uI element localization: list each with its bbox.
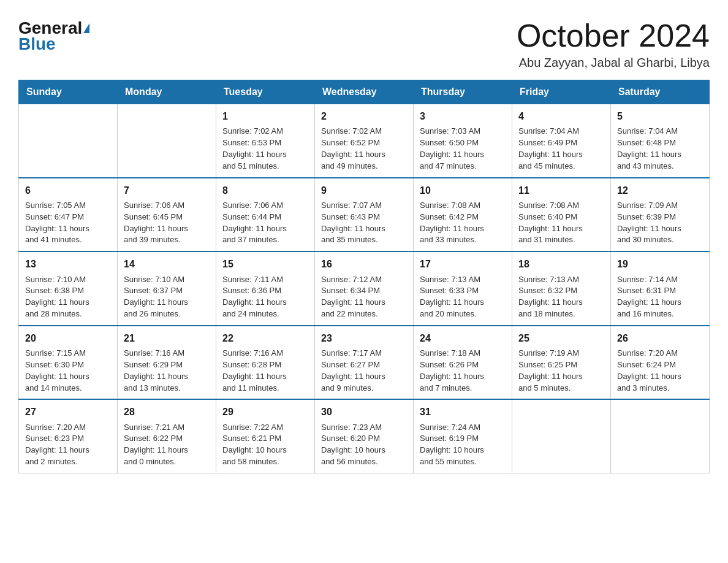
calendar-cell: 30Sunrise: 7:23 AM Sunset: 6:20 PM Dayli… xyxy=(315,399,414,473)
day-number: 15 xyxy=(222,257,308,271)
calendar-cell: 27Sunrise: 7:20 AM Sunset: 6:23 PM Dayli… xyxy=(19,399,118,473)
logo: General Blue xyxy=(18,18,89,54)
calendar-cell: 10Sunrise: 7:08 AM Sunset: 6:42 PM Dayli… xyxy=(414,178,512,252)
calendar-cell: 21Sunrise: 7:16 AM Sunset: 6:29 PM Dayli… xyxy=(118,326,216,400)
day-info: Sunrise: 7:11 AM Sunset: 6:36 PM Dayligh… xyxy=(222,274,308,320)
day-info: Sunrise: 7:15 AM Sunset: 6:30 PM Dayligh… xyxy=(25,348,111,394)
day-info: Sunrise: 7:23 AM Sunset: 6:20 PM Dayligh… xyxy=(321,422,407,468)
day-number: 23 xyxy=(321,331,407,345)
calendar-cell xyxy=(118,104,216,178)
day-info: Sunrise: 7:04 AM Sunset: 6:49 PM Dayligh… xyxy=(518,126,604,172)
day-info: Sunrise: 7:14 AM Sunset: 6:31 PM Dayligh… xyxy=(617,274,703,320)
day-info: Sunrise: 7:07 AM Sunset: 6:43 PM Dayligh… xyxy=(321,200,407,246)
day-number: 8 xyxy=(222,183,308,197)
day-number: 17 xyxy=(420,257,506,271)
weekday-header-sunday: Sunday xyxy=(19,80,118,104)
weekday-header-friday: Friday xyxy=(512,80,611,104)
day-number: 31 xyxy=(420,405,506,419)
month-title: October 2024 xyxy=(517,18,710,53)
day-number: 18 xyxy=(518,257,604,271)
calendar-cell: 4Sunrise: 7:04 AM Sunset: 6:49 PM Daylig… xyxy=(512,104,611,178)
calendar-cell: 11Sunrise: 7:08 AM Sunset: 6:40 PM Dayli… xyxy=(512,178,611,252)
calendar-cell: 31Sunrise: 7:24 AM Sunset: 6:19 PM Dayli… xyxy=(414,399,512,473)
day-info: Sunrise: 7:04 AM Sunset: 6:48 PM Dayligh… xyxy=(617,126,703,172)
week-row-2: 6Sunrise: 7:05 AM Sunset: 6:47 PM Daylig… xyxy=(19,178,710,252)
day-info: Sunrise: 7:05 AM Sunset: 6:47 PM Dayligh… xyxy=(25,200,111,246)
calendar-cell xyxy=(19,104,118,178)
calendar-cell: 26Sunrise: 7:20 AM Sunset: 6:24 PM Dayli… xyxy=(611,326,710,400)
calendar-cell: 25Sunrise: 7:19 AM Sunset: 6:25 PM Dayli… xyxy=(512,326,611,400)
day-info: Sunrise: 7:03 AM Sunset: 6:50 PM Dayligh… xyxy=(420,126,506,172)
calendar-cell: 2Sunrise: 7:02 AM Sunset: 6:52 PM Daylig… xyxy=(315,104,414,178)
day-number: 11 xyxy=(518,183,604,197)
day-info: Sunrise: 7:08 AM Sunset: 6:40 PM Dayligh… xyxy=(518,200,604,246)
calendar-cell: 24Sunrise: 7:18 AM Sunset: 6:26 PM Dayli… xyxy=(414,326,512,400)
calendar-cell: 5Sunrise: 7:04 AM Sunset: 6:48 PM Daylig… xyxy=(611,104,710,178)
title-area: October 2024 Abu Zayyan, Jabal al Gharbi… xyxy=(517,18,710,70)
day-info: Sunrise: 7:21 AM Sunset: 6:22 PM Dayligh… xyxy=(124,422,210,468)
weekday-header-saturday: Saturday xyxy=(611,80,710,104)
day-number: 28 xyxy=(124,405,210,419)
day-number: 29 xyxy=(222,405,308,419)
day-info: Sunrise: 7:02 AM Sunset: 6:53 PM Dayligh… xyxy=(222,126,308,172)
calendar-cell: 23Sunrise: 7:17 AM Sunset: 6:27 PM Dayli… xyxy=(315,326,414,400)
day-info: Sunrise: 7:08 AM Sunset: 6:42 PM Dayligh… xyxy=(420,200,506,246)
day-info: Sunrise: 7:17 AM Sunset: 6:27 PM Dayligh… xyxy=(321,348,407,394)
day-info: Sunrise: 7:12 AM Sunset: 6:34 PM Dayligh… xyxy=(321,274,407,320)
day-info: Sunrise: 7:10 AM Sunset: 6:37 PM Dayligh… xyxy=(124,274,210,320)
day-number: 1 xyxy=(222,109,308,123)
week-row-3: 13Sunrise: 7:10 AM Sunset: 6:38 PM Dayli… xyxy=(19,251,710,326)
day-number: 13 xyxy=(25,257,111,271)
calendar-cell: 1Sunrise: 7:02 AM Sunset: 6:53 PM Daylig… xyxy=(216,104,315,178)
weekday-header-wednesday: Wednesday xyxy=(315,80,414,104)
day-info: Sunrise: 7:10 AM Sunset: 6:38 PM Dayligh… xyxy=(25,274,111,320)
calendar-cell: 20Sunrise: 7:15 AM Sunset: 6:30 PM Dayli… xyxy=(19,326,118,400)
location-title: Abu Zayyan, Jabal al Gharbi, Libya xyxy=(517,56,710,70)
calendar-cell: 8Sunrise: 7:06 AM Sunset: 6:44 PM Daylig… xyxy=(216,178,315,252)
calendar-cell: 3Sunrise: 7:03 AM Sunset: 6:50 PM Daylig… xyxy=(414,104,512,178)
calendar-cell: 14Sunrise: 7:10 AM Sunset: 6:37 PM Dayli… xyxy=(118,251,216,326)
calendar-cell xyxy=(512,399,611,473)
calendar-cell: 22Sunrise: 7:16 AM Sunset: 6:28 PM Dayli… xyxy=(216,326,315,400)
weekday-header-thursday: Thursday xyxy=(414,80,512,104)
day-number: 21 xyxy=(124,331,210,345)
weekday-header-row: SundayMondayTuesdayWednesdayThursdayFrid… xyxy=(19,80,710,104)
day-info: Sunrise: 7:22 AM Sunset: 6:21 PM Dayligh… xyxy=(222,422,308,468)
calendar-cell: 6Sunrise: 7:05 AM Sunset: 6:47 PM Daylig… xyxy=(19,178,118,252)
week-row-5: 27Sunrise: 7:20 AM Sunset: 6:23 PM Dayli… xyxy=(19,399,710,473)
calendar-cell: 28Sunrise: 7:21 AM Sunset: 6:22 PM Dayli… xyxy=(118,399,216,473)
logo-blue-text: Blue xyxy=(18,34,56,54)
calendar-cell: 7Sunrise: 7:06 AM Sunset: 6:45 PM Daylig… xyxy=(118,178,216,252)
calendar-cell: 13Sunrise: 7:10 AM Sunset: 6:38 PM Dayli… xyxy=(19,251,118,326)
day-info: Sunrise: 7:24 AM Sunset: 6:19 PM Dayligh… xyxy=(420,422,506,468)
day-number: 2 xyxy=(321,109,407,123)
day-number: 19 xyxy=(617,257,703,271)
day-number: 4 xyxy=(518,109,604,123)
calendar-table: SundayMondayTuesdayWednesdayThursdayFrid… xyxy=(18,80,710,473)
day-number: 14 xyxy=(124,257,210,271)
day-number: 22 xyxy=(222,331,308,345)
page-header: General Blue October 2024 Abu Zayyan, Ja… xyxy=(18,18,710,70)
day-number: 9 xyxy=(321,183,407,197)
week-row-4: 20Sunrise: 7:15 AM Sunset: 6:30 PM Dayli… xyxy=(19,326,710,400)
day-info: Sunrise: 7:16 AM Sunset: 6:28 PM Dayligh… xyxy=(222,348,308,394)
day-info: Sunrise: 7:13 AM Sunset: 6:33 PM Dayligh… xyxy=(420,274,506,320)
calendar-cell: 29Sunrise: 7:22 AM Sunset: 6:21 PM Dayli… xyxy=(216,399,315,473)
calendar-cell: 16Sunrise: 7:12 AM Sunset: 6:34 PM Dayli… xyxy=(315,251,414,326)
day-info: Sunrise: 7:09 AM Sunset: 6:39 PM Dayligh… xyxy=(617,200,703,246)
day-number: 12 xyxy=(617,183,703,197)
day-number: 30 xyxy=(321,405,407,419)
calendar-cell: 17Sunrise: 7:13 AM Sunset: 6:33 PM Dayli… xyxy=(414,251,512,326)
calendar-cell: 15Sunrise: 7:11 AM Sunset: 6:36 PM Dayli… xyxy=(216,251,315,326)
day-number: 27 xyxy=(25,405,111,419)
day-number: 24 xyxy=(420,331,506,345)
day-number: 3 xyxy=(420,109,506,123)
day-number: 26 xyxy=(617,331,703,345)
day-info: Sunrise: 7:06 AM Sunset: 6:44 PM Dayligh… xyxy=(222,200,308,246)
day-info: Sunrise: 7:20 AM Sunset: 6:23 PM Dayligh… xyxy=(25,422,111,468)
calendar-cell: 12Sunrise: 7:09 AM Sunset: 6:39 PM Dayli… xyxy=(611,178,710,252)
day-number: 25 xyxy=(518,331,604,345)
day-info: Sunrise: 7:20 AM Sunset: 6:24 PM Dayligh… xyxy=(617,348,703,394)
calendar-cell xyxy=(611,399,710,473)
weekday-header-monday: Monday xyxy=(118,80,216,104)
